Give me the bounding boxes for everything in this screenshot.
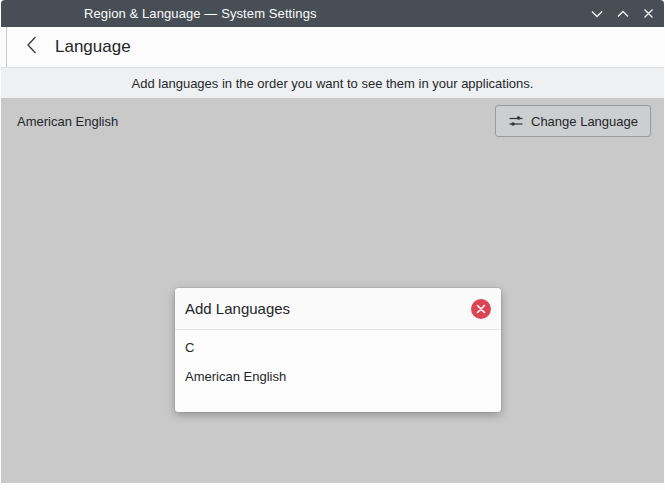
language-option-label: C: [185, 340, 194, 355]
chevron-up-icon: [616, 7, 630, 21]
dialog-language-list: C American English: [175, 330, 501, 412]
close-icon: [476, 300, 486, 318]
chevron-down-icon: [590, 7, 604, 21]
change-language-button[interactable]: Change Language: [495, 105, 651, 137]
dialog-close-button[interactable]: [471, 299, 491, 319]
change-language-label: Change Language: [531, 114, 638, 129]
info-banner-text: Add languages in the order you want to s…: [132, 76, 534, 91]
chevron-left-icon: [25, 35, 38, 59]
sliders-icon: [508, 113, 524, 129]
close-window-button[interactable]: [641, 6, 656, 21]
info-banner: Add languages in the order you want to s…: [1, 68, 664, 98]
language-item-label: American English: [17, 114, 118, 129]
dialog-title: Add Languages: [185, 300, 290, 317]
back-button[interactable]: [20, 35, 42, 59]
page-header: Language: [1, 27, 664, 68]
page-title: Language: [55, 37, 131, 57]
window-controls: [589, 0, 656, 27]
add-languages-dialog: Add Languages C American English: [175, 288, 501, 412]
titlebar: Region & Language — System Settings: [1, 0, 664, 27]
list-item[interactable]: C: [175, 333, 501, 362]
language-option-label: American English: [185, 369, 286, 384]
close-icon: [642, 7, 655, 20]
header-left-separator: [6, 27, 7, 67]
language-page-content: American English Change Language Add Lan…: [1, 98, 664, 483]
minimize-button[interactable]: [589, 6, 604, 21]
maximize-button[interactable]: [615, 6, 630, 21]
dialog-header: Add Languages: [175, 288, 501, 330]
window-bottom-frame: [1, 483, 664, 490]
list-item[interactable]: American English: [175, 362, 501, 391]
system-settings-window: Region & Language — System Settings: [0, 0, 665, 490]
window-title: Region & Language — System Settings: [84, 0, 317, 27]
list-item[interactable]: American English Change Language: [1, 98, 664, 144]
